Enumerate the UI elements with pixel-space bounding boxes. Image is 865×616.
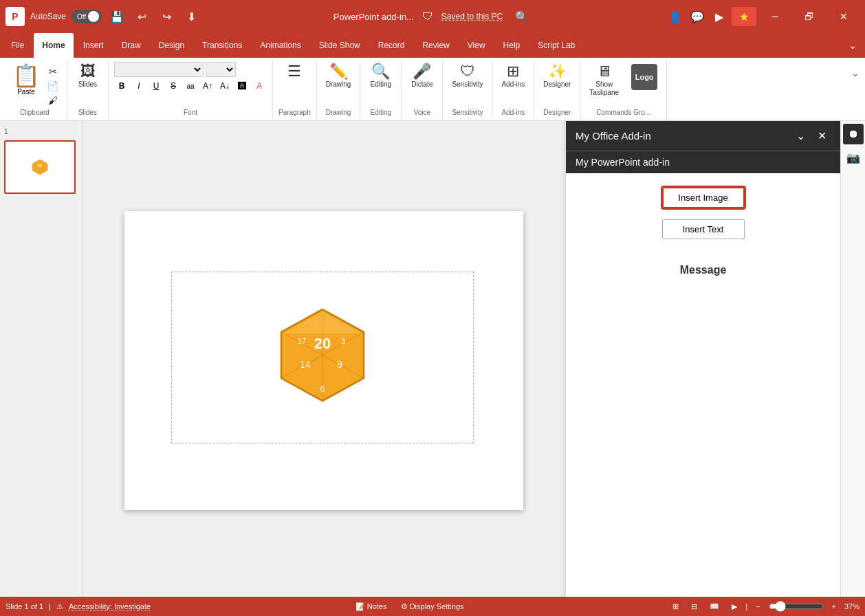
right-tool-record-button[interactable]: ⏺: [843, 124, 864, 144]
save-button[interactable]: 💾: [107, 7, 127, 26]
italic-button[interactable]: I: [131, 78, 146, 94]
present-button[interactable]: ▶: [710, 7, 729, 26]
tab-home[interactable]: Home: [34, 33, 73, 58]
ribbon-content: 📋 Paste ✂ 📄 🖌 Clipboard 🖼 Slides: [0, 58, 865, 120]
change-case-button[interactable]: aa: [183, 78, 198, 94]
svg-text:6: 6: [320, 384, 325, 394]
accessibility-text[interactable]: Accessibility: Investigate: [69, 602, 151, 610]
copy-button[interactable]: 📄: [44, 79, 61, 93]
restore-button[interactable]: 🗗: [793, 0, 825, 33]
tab-review[interactable]: Review: [414, 33, 457, 58]
minimize-button[interactable]: ─: [759, 0, 791, 33]
right-tool-camera-button[interactable]: 📷: [843, 147, 864, 168]
redo-button[interactable]: ↪: [157, 7, 176, 26]
tab-file[interactable]: File: [3, 33, 32, 58]
cut-button[interactable]: ✂: [44, 65, 61, 78]
font-size-select[interactable]: [206, 62, 236, 77]
sensitivity-button[interactable]: 🛡 Sensitivity: [448, 62, 486, 90]
strikethrough-button[interactable]: S: [166, 78, 181, 94]
slide-sorter-button[interactable]: ⊟: [687, 601, 701, 613]
logo-button[interactable]: Logo: [628, 62, 661, 92]
svg-text:20: 20: [314, 335, 331, 352]
presentation-view-button[interactable]: ▶: [727, 601, 741, 613]
sensitivity-icon: 🛡: [460, 64, 475, 79]
font-row-1: [114, 62, 267, 77]
panel-close-button[interactable]: ✕: [813, 128, 831, 144]
tab-record[interactable]: Record: [370, 33, 413, 58]
editing-button[interactable]: 🔍 Editing: [367, 62, 395, 90]
underline-button[interactable]: U: [149, 78, 164, 94]
filename: PowerPoint add-in...: [333, 12, 414, 22]
insert-image-button[interactable]: Insert Image: [662, 187, 745, 208]
tab-transitions[interactable]: Transitions: [194, 33, 250, 58]
designer-button[interactable]: ✨ Designer: [540, 62, 574, 90]
insert-text-button[interactable]: Insert Text: [662, 219, 745, 239]
right-toolbar: ⏺ 📷: [840, 121, 865, 600]
display-settings-button[interactable]: ⚙ Display Settings: [397, 601, 468, 613]
zoom-in-button[interactable]: +: [828, 601, 840, 612]
tab-design[interactable]: Design: [151, 33, 193, 58]
drawing-label: Drawing: [322, 107, 355, 119]
share-button[interactable]: 👤: [666, 7, 685, 26]
show-taskpane-button[interactable]: 🖥 ShowTaskpane: [586, 62, 622, 99]
notes-button[interactable]: 📝 Notes: [351, 601, 391, 613]
customize-qat-button[interactable]: ⬇: [182, 7, 201, 26]
drawing-content: ✏️ Drawing: [322, 62, 355, 107]
group-paragraph: ☰ Paragraph: [273, 60, 317, 120]
commands-content: 🖥 ShowTaskpane Logo: [586, 62, 661, 107]
format-painter-button[interactable]: 🖌: [44, 94, 61, 107]
tab-slideshow[interactable]: Slide Show: [311, 33, 369, 58]
accessibility-indicator: ⚠: [56, 602, 63, 611]
autosave-toggle[interactable]: Off: [72, 10, 102, 23]
zoom-slider[interactable]: [769, 601, 824, 612]
slide-content-box[interactable]: 20 14 9 17 3 6: [171, 272, 474, 443]
tab-animations[interactable]: Animations: [252, 33, 309, 58]
zoom-level[interactable]: 37%: [844, 602, 859, 610]
group-designer: ✨ Designer Designer: [534, 60, 580, 120]
tab-scriptlab[interactable]: Script Lab: [529, 33, 583, 58]
slide-canvas[interactable]: 20 14 9 17 3 6: [124, 211, 523, 510]
addins-button[interactable]: ⊞ Add-ins: [498, 62, 528, 90]
autosave-label: AutoSave: [30, 12, 66, 21]
d20-dice-svg: 20 14 9 17 3 6: [278, 306, 367, 409]
reading-view-button[interactable]: 📖: [705, 601, 723, 613]
undo-button[interactable]: ↩: [132, 7, 151, 26]
dice-image[interactable]: 20 14 9 17 3 6: [274, 302, 371, 412]
font-row-2: B I U S aa A↑ A↓ 🅰 A: [114, 78, 267, 94]
canvas-area[interactable]: 20 14 9 17 3 6: [83, 121, 565, 600]
designer-label: Designer: [540, 107, 574, 119]
designer-btn[interactable]: ⭐: [732, 7, 756, 26]
tab-draw[interactable]: Draw: [113, 33, 149, 58]
zoom-out-button[interactable]: −: [752, 601, 764, 612]
group-font: B I U S aa A↑ A↓ 🅰 A Font: [109, 60, 273, 120]
decrease-font-button[interactable]: A↓: [217, 78, 232, 94]
close-button[interactable]: ✕: [828, 0, 859, 33]
tab-help[interactable]: Help: [495, 33, 529, 58]
status-separator: |: [49, 602, 51, 610]
tab-insert[interactable]: Insert: [75, 33, 112, 58]
ribbon-expand-button[interactable]: ⌄: [843, 36, 862, 55]
slide-thumbnail-1[interactable]: 20: [4, 140, 76, 194]
font-family-select[interactable]: [114, 62, 204, 77]
side-panel: My Office Add-in ⌄ ✕ My PowerPoint add-i…: [565, 121, 840, 600]
drawing-button[interactable]: ✏️ Drawing: [322, 62, 355, 90]
ribbon-collapse-button[interactable]: ⌄: [846, 63, 865, 82]
increase-font-button[interactable]: A↑: [200, 78, 215, 94]
dictate-label: Dictate: [411, 80, 432, 88]
font-color-button[interactable]: A: [252, 78, 267, 94]
paste-button[interactable]: 📋 Paste: [8, 62, 44, 98]
dictate-button[interactable]: 🎤 Dictate: [408, 62, 436, 90]
new-slide-button[interactable]: 🖼 Slides: [75, 62, 100, 90]
slides-content: 🖼 Slides: [75, 62, 100, 107]
paragraph-button[interactable]: ☰: [282, 62, 307, 82]
comments-button[interactable]: 💬: [688, 7, 707, 26]
search-button[interactable]: 🔍: [511, 6, 533, 28]
normal-view-button[interactable]: ⊞: [668, 601, 683, 613]
clear-format-button[interactable]: 🅰: [234, 78, 250, 94]
main-area: 1 20: [0, 121, 865, 600]
tab-view[interactable]: View: [459, 33, 494, 58]
status-left: Slide 1 of 1 | ⚠ Accessibility: Investig…: [6, 602, 151, 611]
bold-button[interactable]: B: [114, 78, 129, 94]
panel-collapse-button[interactable]: ⌄: [792, 128, 809, 144]
saved-status[interactable]: Saved to this PC: [441, 12, 503, 21]
